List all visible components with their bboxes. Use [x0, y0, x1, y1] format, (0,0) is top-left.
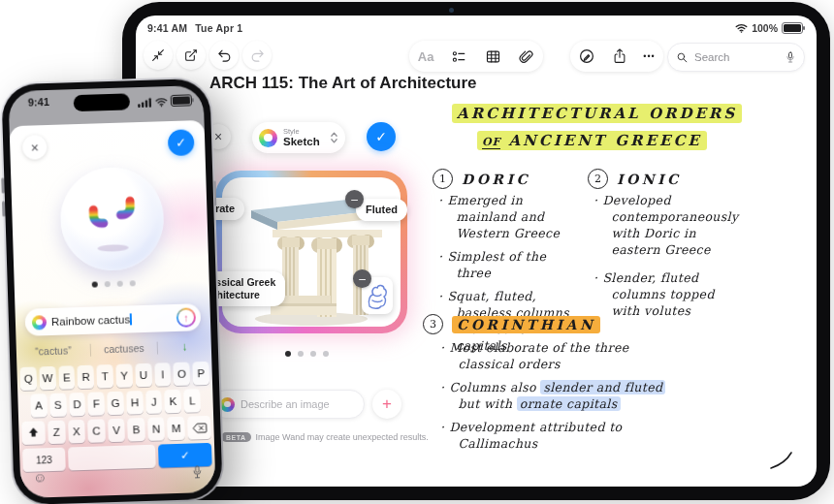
- dictation-mic-icon[interactable]: [192, 464, 203, 480]
- key-z[interactable]: Z: [48, 421, 65, 445]
- plus-icon: +: [382, 394, 392, 414]
- key-m[interactable]: M: [168, 417, 185, 441]
- key-q[interactable]: Q: [19, 366, 37, 391]
- checklist-icon[interactable]: [451, 48, 467, 65]
- imagewand-accept-button[interactable]: ✓: [367, 122, 396, 151]
- key-c[interactable]: C: [87, 419, 105, 443]
- search-icon: [676, 51, 689, 64]
- style-value: Sketch: [283, 137, 324, 148]
- describe-image-input[interactable]: Describe an image: [211, 390, 365, 419]
- minus-icon: –: [351, 193, 358, 206]
- key-o[interactable]: O: [174, 362, 191, 387]
- format-text-button[interactable]: Aa: [418, 49, 434, 64]
- iphone-page-dots[interactable]: [92, 280, 136, 287]
- emoji-keyboard-icon[interactable]: ☺: [33, 470, 48, 484]
- key-r[interactable]: R: [78, 365, 95, 390]
- minus-icon: –: [359, 272, 366, 286]
- markup-icon[interactable]: [578, 47, 595, 65]
- iphone-screen: 9:41 × ✓: [8, 85, 215, 498]
- handwritten-heading-1: ARCHITECTURAL ORDERS: [452, 105, 742, 122]
- section-corinthian-heading: 3 CORINTHIAN: [423, 314, 600, 334]
- ipad-front-camera: [449, 8, 454, 13]
- beta-badge: BETA: [221, 432, 251, 442]
- apple-intelligence-icon: [220, 397, 235, 412]
- send-prompt-button[interactable]: ↑: [176, 307, 197, 328]
- tag-fluted[interactable]: Fluted: [356, 199, 407, 221]
- section-doric-heading: 1 DORIC: [433, 169, 530, 189]
- table-icon[interactable]: [485, 48, 501, 65]
- key-x[interactable]: X: [68, 420, 85, 444]
- style-picker[interactable]: Style Sketch: [252, 122, 345, 153]
- add-suggestion-button[interactable]: +: [372, 390, 401, 419]
- key-k[interactable]: K: [165, 390, 182, 414]
- ipad-page-dots[interactable]: [285, 351, 329, 357]
- disclaimer-text: Image Wand may create unexpected results…: [256, 432, 429, 442]
- backspace-icon: [192, 423, 207, 433]
- collapse-arrows-icon: [150, 47, 166, 63]
- apple-intelligence-icon: [259, 129, 277, 147]
- suggestion-quoted[interactable]: “cactus”: [16, 344, 90, 358]
- key-u[interactable]: U: [135, 363, 152, 388]
- remove-fluted-button[interactable]: –: [345, 190, 364, 208]
- search-field[interactable]: Search: [667, 43, 805, 72]
- undo-button[interactable]: [209, 41, 239, 70]
- share-icon[interactable]: [612, 47, 627, 65]
- image-playground-sheet: × ✓: [10, 120, 216, 498]
- key-e[interactable]: E: [58, 365, 76, 390]
- redo-button[interactable]: [242, 41, 272, 70]
- dictation-accept-arrow[interactable]: ↓: [158, 339, 211, 355]
- key-a[interactable]: A: [30, 394, 48, 418]
- wifi-icon: [735, 23, 748, 33]
- key-p[interactable]: P: [192, 362, 209, 386]
- ipad-date: Tue Apr 1: [195, 22, 242, 34]
- corinthian-bullets: · Most elaborate of the three classical …: [440, 339, 760, 452]
- key-s[interactable]: S: [49, 394, 67, 418]
- up-arrow-icon: ↑: [183, 312, 189, 324]
- paperclip-icon[interactable]: [518, 48, 534, 65]
- compose-button[interactable]: [176, 41, 206, 70]
- remove-sketch-button[interactable]: –: [353, 269, 371, 288]
- playground-close-button[interactable]: ×: [22, 135, 48, 160]
- note-title: ARCH 115: The Art of Architecture: [209, 74, 477, 93]
- keyboard-row-3: Z X C V B N M: [18, 416, 214, 445]
- ipad-status-left: 9:41 AMTue Apr 1: [147, 22, 242, 34]
- describe-placeholder: Describe an image: [241, 398, 330, 410]
- key-g[interactable]: G: [107, 392, 124, 416]
- playground-done-button[interactable]: ✓: [168, 129, 195, 156]
- suggestion-plain[interactable]: cactuses: [91, 342, 157, 356]
- key-h[interactable]: H: [126, 391, 144, 415]
- compose-icon: [183, 47, 199, 63]
- key-v[interactable]: V: [108, 419, 125, 443]
- key-b[interactable]: B: [127, 418, 144, 442]
- key-t[interactable]: T: [97, 364, 114, 389]
- prompt-text: Rainbow cactus: [51, 312, 172, 328]
- search-placeholder: Search: [694, 51, 779, 63]
- key-w[interactable]: W: [39, 366, 56, 391]
- key-l[interactable]: L: [183, 389, 201, 413]
- chevron-up-down-icon: [330, 131, 338, 144]
- backspace-key[interactable]: [187, 416, 211, 440]
- prompt-input[interactable]: Rainbow cactus ↑: [25, 303, 202, 336]
- iphone-device: 9:41 × ✓: [0, 77, 225, 504]
- style-label: Style: [283, 128, 324, 136]
- ipad-status-right: 100%: [735, 22, 803, 34]
- shift-key[interactable]: [21, 421, 46, 445]
- key-i[interactable]: I: [154, 362, 172, 387]
- key-f[interactable]: F: [88, 392, 106, 416]
- key-y[interactable]: Y: [115, 363, 133, 388]
- iphone-status-bar: 9:41: [9, 91, 204, 112]
- cellular-icon: [138, 98, 152, 108]
- collapse-button[interactable]: [144, 41, 173, 70]
- key-d[interactable]: D: [69, 393, 86, 417]
- keyboard-row-2: A S D F G H J K L: [17, 389, 213, 418]
- key-j[interactable]: J: [145, 390, 163, 414]
- key-n[interactable]: N: [147, 417, 165, 441]
- more-button[interactable]: •••: [643, 51, 655, 61]
- redo-icon: [249, 47, 266, 64]
- formatting-toolbar-group: Aa: [409, 41, 543, 72]
- mic-icon[interactable]: [785, 50, 796, 65]
- battery-icon: [782, 22, 803, 34]
- battery-icon: [171, 94, 192, 107]
- ionic-bullets: · Developed contemporaneously with Doric…: [593, 192, 817, 319]
- generated-image-bubble[interactable]: [59, 166, 165, 271]
